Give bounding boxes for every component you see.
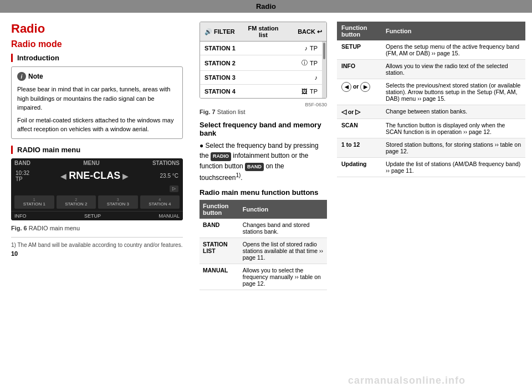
radio-badge: RADIO: [211, 152, 231, 161]
table-row: 1 to 12 Stored station buttons, for stor…: [337, 138, 525, 158]
radio-unit: BAND MENU STATIONS 10:32 TP ◀ RNE-CLAS ▶: [11, 158, 183, 220]
radio-stations-btn[interactable]: STATIONS: [152, 160, 180, 166]
page-header: Radio: [0, 0, 532, 13]
page-title: Radio: [11, 22, 183, 36]
table-row: Updating Update the list of stations (AM…: [337, 158, 525, 177]
right-btn-updating: Updating: [337, 158, 381, 177]
func-desc-manual: Allows you to select the frequency manua…: [239, 264, 327, 290]
radio-station-name: RNE-CLAS: [69, 170, 120, 182]
radio-left-section: 10:32 TP: [16, 170, 29, 182]
sl-scrollbar[interactable]: [322, 42, 326, 98]
right-column: Function button Function SETUP Opens the…: [332, 13, 532, 392]
radio-temp: 23.5 °C: [160, 173, 178, 179]
radio-setup-btn[interactable]: SETUP: [84, 213, 101, 219]
next-sym: ▶: [360, 82, 370, 92]
table-row: SCAN The function button is displayed on…: [337, 119, 525, 138]
band-badge: BAND: [245, 163, 264, 172]
list-item[interactable]: STATION 2 ⓘTP: [200, 55, 322, 71]
right-btn-1to12: 1 to 12: [337, 138, 381, 158]
station-list-ui: 🔊 FILTER FM station list BACK ↩ STATION …: [200, 22, 327, 99]
sl-filter-btn[interactable]: 🔊 FILTER: [200, 22, 242, 41]
preset-2[interactable]: 2 STATION 2: [57, 195, 96, 209]
sl-header: 🔊 FILTER FM station list BACK ↩: [200, 22, 326, 42]
preset-1[interactable]: 1 STATION 1: [14, 195, 54, 209]
right-btn-prev-next: ◀ or ▶: [337, 79, 381, 105]
right-func-table: Function button Function SETUP Opens the…: [337, 22, 525, 177]
radio-tp: TP: [16, 176, 29, 182]
func-desc-station-list: Opens the list of stored radio stations …: [239, 238, 327, 264]
table-row: ◀ or ▶ Selects the previous/next stored …: [337, 79, 525, 105]
func-buttons-heading: Radio main menu function buttons: [200, 188, 327, 197]
header-title: Radio: [256, 2, 276, 11]
right-desc-prev-next: Selects the previous/next stored station…: [381, 79, 525, 105]
list-item[interactable]: STATION 1 ♪TP: [200, 42, 322, 55]
right-desc-setup: Opens the setup menu of the active frequ…: [381, 40, 525, 60]
func-desc-band: Changes band and stored stations bank.: [239, 219, 327, 238]
middle-column: 🔊 FILTER FM station list BACK ↩ STATION …: [194, 13, 332, 392]
table-row: SETUP Opens the setup menu of the active…: [337, 40, 525, 60]
note-box: i Note Please bear in mind that in car p…: [11, 66, 183, 139]
sl-body: STATION 1 ♪TP STATION 2 ⓘTP STATION 3 ♪: [200, 42, 326, 98]
sl-scrollbar-thumb: [323, 43, 325, 59]
right-btn-setup: SETUP: [337, 40, 381, 60]
radio-top-bar: BAND MENU STATIONS: [11, 158, 183, 168]
select-heading: Select frequency band and memory bank: [200, 121, 327, 137]
right-btn-banks: ◁ or ▷: [337, 105, 381, 119]
list-item[interactable]: STATION 4 🖼TP: [200, 85, 322, 98]
radio-time: 10:32: [16, 170, 29, 176]
radio-info-btn[interactable]: INFO: [14, 213, 27, 219]
page-container: Radio Radio Radio mode Introduction i No…: [0, 0, 532, 392]
watermark: carmanualsonline.info: [348, 375, 466, 386]
func-table-header-btn: Function button: [200, 200, 239, 219]
right-btn-info: INFO: [337, 60, 381, 79]
table-row: MANUAL Allows you to select the frequenc…: [200, 264, 327, 290]
radio-seek-btn[interactable]: ▷: [170, 185, 178, 192]
intro-header: Introduction: [11, 54, 183, 62]
table-row: ◁ or ▷ Change between station banks.: [337, 105, 525, 119]
func-table: Function button Function BAND Changes ba…: [200, 200, 327, 290]
page-number: 10: [11, 250, 183, 257]
func-table-header-func: Function: [239, 200, 327, 219]
radio-bottom-bar: INFO SETUP MANUAL: [11, 211, 183, 220]
radio-menu-btn[interactable]: MENU: [83, 160, 99, 166]
radio-next-btn[interactable]: ▶: [122, 172, 129, 180]
right-desc-banks: Change between station banks.: [381, 105, 525, 119]
preset-3[interactable]: 3 STATION 3: [98, 195, 138, 209]
prev-sym: ◀: [341, 82, 351, 92]
table-row: BAND Changes band and stored stations ba…: [200, 219, 327, 238]
right-desc-scan: The function button is displayed only wh…: [381, 119, 525, 138]
radio-prev-btn[interactable]: ◀: [60, 172, 66, 180]
radio-display: 10:32 TP ◀ RNE-CLAS ▶ 23.5 °C: [11, 168, 183, 184]
radio-manual-btn[interactable]: MANUAL: [158, 213, 180, 219]
func-btn-band: BAND: [200, 219, 239, 238]
fig7-caption: Fig. 7 Station list: [200, 109, 327, 115]
radio-seek-row: ▷: [11, 184, 183, 193]
note-title: i Note: [17, 71, 177, 81]
left-column: Radio Radio mode Introduction i Note Ple…: [0, 13, 194, 392]
radio-band-btn[interactable]: BAND: [14, 160, 30, 166]
fig6-caption: Fig. 6 RADIO main menu: [11, 225, 183, 231]
list-item[interactable]: STATION 3 ♪: [200, 71, 322, 85]
right-btn-scan: SCAN: [337, 119, 381, 138]
sl-back-btn[interactable]: BACK ↩: [284, 22, 326, 41]
note-icon: i: [17, 72, 26, 81]
right-table-header-btn: Function button: [337, 22, 381, 40]
radio-arrows: ◀ RNE-CLAS ▶: [60, 170, 129, 182]
radio-menu-label: RADIO main menu: [11, 146, 183, 154]
func-btn-manual: MANUAL: [200, 264, 239, 290]
preset-4[interactable]: 4 STATION 4: [140, 195, 180, 209]
note-label: Note: [28, 71, 43, 81]
select-text: ● Select the frequency band by pressing …: [200, 141, 327, 183]
footnote-1: 1) The AM band will be available accordi…: [11, 242, 183, 248]
note-bullet-2: Foil or metal-coated stickers attached t…: [17, 116, 177, 134]
main-content: Radio Radio mode Introduction i Note Ple…: [0, 13, 532, 392]
right-desc-1to12: Stored station buttons, for storing stat…: [381, 138, 525, 158]
right-table-header-func: Function: [381, 22, 525, 40]
section-title: Radio mode: [11, 39, 183, 49]
sl-fm-station-list[interactable]: FM station list: [242, 22, 284, 41]
radio-presets-row: 1 STATION 1 2 STATION 2 3 STATION 3 4 ST…: [11, 193, 183, 211]
table-row: STATION LIST Opens the list of stored ra…: [200, 238, 327, 264]
fig7-code: B5F-0630: [200, 102, 327, 107]
table-row: INFO Allows you to view the radio text o…: [337, 60, 525, 79]
sl-rows: STATION 1 ♪TP STATION 2 ⓘTP STATION 3 ♪: [200, 42, 322, 98]
